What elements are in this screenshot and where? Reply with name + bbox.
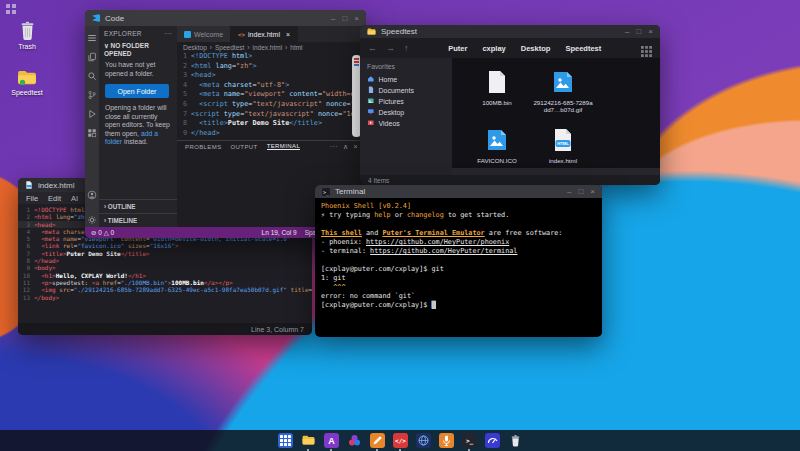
code-line-6[interactable]: 6 <link rel="favicon.ico" sizes="16x16"> — [18, 242, 312, 249]
file-manager-titlebar[interactable]: Speedtest –□× — [360, 25, 660, 38]
panel-tab-terminal[interactable]: TERMINAL — [267, 143, 301, 150]
maximize-button[interactable]: □ — [578, 187, 583, 196]
code-line-10[interactable]: 10 <h1>Hello, CXPLAY World!</h1> — [18, 272, 312, 279]
path-segment-cxplay[interactable]: cxplay — [482, 44, 505, 53]
tab-index-html[interactable]: <>index.html× — [231, 26, 298, 42]
dock-recorder-icon[interactable] — [439, 433, 454, 448]
outline-section[interactable]: › OUTLINE — [99, 199, 177, 213]
dock-shapes-icon[interactable] — [347, 433, 362, 448]
file-favicon-ico[interactable]: FAVICON.ICO — [464, 126, 530, 184]
code-line-13[interactable]: 13</body> — [18, 294, 312, 301]
horizontal-scrollbar[interactable] — [452, 168, 660, 175]
minimize-button[interactable]: – — [625, 27, 629, 36]
code-line-8[interactable]: 8 <title>Puter Demo Site</title> — [177, 119, 366, 129]
grid-view-icon[interactable] — [641, 43, 652, 54]
run-debug-icon[interactable] — [87, 105, 97, 115]
menu-edit[interactable]: Edit — [48, 194, 61, 203]
account-icon[interactable] — [87, 186, 97, 196]
vscode-breadcrumb[interactable]: Desktop›Speedtest›index.html›html — [177, 42, 366, 52]
dock-launcher-icon[interactable] — [278, 433, 293, 448]
breadcrumb-item[interactable]: html — [290, 44, 302, 51]
code-line-7[interactable]: 7 <title>Puter Demo Site</title> — [18, 250, 312, 257]
settings-icon[interactable] — [87, 211, 97, 221]
minimize-button[interactable]: – — [567, 187, 571, 196]
cursor-position[interactable]: Ln 19, Col 9 — [262, 229, 297, 236]
panel-action[interactable]: × — [354, 143, 359, 151]
forward-button[interactable]: → — [386, 43, 395, 53]
code-line-2[interactable]: 2<html lang="zh"> — [177, 62, 366, 72]
dock-editor-icon[interactable] — [370, 433, 385, 448]
breadcrumb-item[interactable]: Speedtest — [215, 44, 244, 51]
maximize-button[interactable]: □ — [636, 27, 641, 36]
file-29124216-685-7289add7-b07d-gif[interactable]: 29124216-685-7289add7…b07d.gif — [530, 68, 596, 126]
up-button[interactable]: ↑ — [404, 43, 409, 53]
code-line-4[interactable]: 4 <meta charset="utf-8"> — [177, 81, 366, 91]
code-line-7[interactable]: 7<script type="text/javascript" nonce="1… — [177, 110, 366, 120]
code-text: <head> — [34, 221, 56, 228]
desktop-icon-speedtest[interactable]: Speedtest — [4, 62, 50, 96]
sidebar-item-desktop[interactable]: Desktop — [360, 107, 452, 118]
code-line-5[interactable]: 5 <meta name="viewport" content="width=d… — [177, 90, 366, 100]
code-line-9[interactable]: 9<body> — [18, 264, 312, 271]
maximize-button[interactable]: □ — [342, 14, 347, 23]
path-segment-puter[interactable]: Puter — [448, 44, 467, 53]
dock-app-center-icon[interactable]: A — [324, 433, 339, 448]
breadcrumb-item[interactable]: index.html — [252, 44, 282, 51]
sidebar-item-pictures[interactable]: Pictures — [360, 96, 452, 107]
code-line-6[interactable]: 6 <script type="text/javascript" nonce="… — [177, 100, 366, 110]
dock-terminal-icon[interactable]: >_ — [462, 433, 477, 448]
code-text: <p>speedtest: <a href="./100MB.bin">100M… — [34, 279, 233, 286]
menu-file[interactable]: File — [26, 194, 38, 203]
sidebar-item-videos[interactable]: Videos — [360, 118, 452, 129]
vscode-code-area[interactable]: 1<!DOCTYPE html>2<html lang="zh">3<head>… — [177, 52, 366, 140]
panel-action[interactable]: ∧ — [343, 143, 349, 151]
panel-action[interactable]: ··· — [330, 143, 338, 151]
dock-files-icon[interactable] — [301, 433, 316, 448]
dock-browser-icon[interactable] — [416, 433, 431, 448]
sidebar-item-label: Pictures — [379, 98, 404, 105]
desktop-icon-trash[interactable]: Trash — [4, 16, 50, 50]
terminal-window-title: Terminal — [335, 187, 365, 196]
sidebar-item-home[interactable]: Home — [360, 74, 452, 85]
code-line-8[interactable]: 8</head> — [18, 257, 312, 264]
path-segment-speedtest[interactable]: Speedtest — [565, 44, 601, 53]
vscode-explorer-sidebar: EXPLORER ··· ∨ NO FOLDER OPENED You have… — [99, 26, 177, 227]
problems-counter[interactable]: ⊘ 0 △ 0 — [91, 229, 114, 237]
open-folder-button[interactable]: Open Folder — [105, 84, 169, 98]
timeline-section[interactable]: › TIMELINE — [99, 213, 177, 227]
dock-trash-icon[interactable] — [508, 433, 523, 448]
sidebar-item-documents[interactable]: Documents — [360, 85, 452, 96]
no-folder-section[interactable]: ∨ NO FOLDER OPENED — [99, 40, 177, 59]
vscode-titlebar[interactable]: Code –□× — [85, 10, 366, 26]
panel-tab-problems[interactable]: PROBLEMS — [185, 144, 222, 150]
tab-welcome[interactable]: Welcome — [177, 26, 231, 42]
code-line-12[interactable]: 12 <img src="./29124216-685b-7289add7-63… — [18, 286, 312, 293]
dock-settings-icon[interactable] — [485, 433, 500, 448]
code-line-1[interactable]: 1<!DOCTYPE html> — [177, 52, 366, 62]
file-index-html[interactable]: HTMLindex.html — [530, 126, 596, 184]
terminal-titlebar[interactable]: >_ Terminal –□× — [315, 185, 602, 198]
minimize-button[interactable]: – — [331, 14, 335, 23]
source-control-icon[interactable] — [87, 86, 97, 96]
explorer-icon[interactable] — [87, 48, 97, 58]
breadcrumb-item[interactable]: Desktop — [183, 44, 207, 51]
code-line-11[interactable]: 11 <p>speedtest: <a href="./100MB.bin">1… — [18, 279, 312, 286]
terminal-output[interactable]: Phoenix Shell [v0.2.4]⚡ try typing help … — [315, 198, 602, 337]
explorer-more-icon[interactable]: ··· — [165, 30, 172, 37]
extensions-icon[interactable] — [87, 124, 97, 134]
code-line-3[interactable]: 3<head> — [177, 71, 366, 81]
start-menu-icon[interactable] — [6, 4, 17, 15]
back-button[interactable]: ← — [368, 43, 377, 53]
file-100mb-bin[interactable]: 100MB.bin — [464, 68, 530, 126]
code-line-9[interactable]: 9</head> — [177, 129, 366, 139]
close-button[interactable]: × — [648, 27, 653, 36]
path-segment-desktop[interactable]: Desktop — [521, 44, 551, 53]
panel-tab-output[interactable]: OUTPUT — [231, 144, 258, 150]
close-tab-icon[interactable]: × — [286, 31, 290, 38]
close-button[interactable]: × — [590, 187, 595, 196]
menu-ai[interactable]: AI — [71, 194, 78, 203]
menu-icon[interactable] — [87, 29, 97, 39]
dock-dev-center-icon[interactable]: </> — [393, 433, 408, 448]
search-icon[interactable] — [87, 67, 97, 77]
close-button[interactable]: × — [354, 14, 359, 23]
